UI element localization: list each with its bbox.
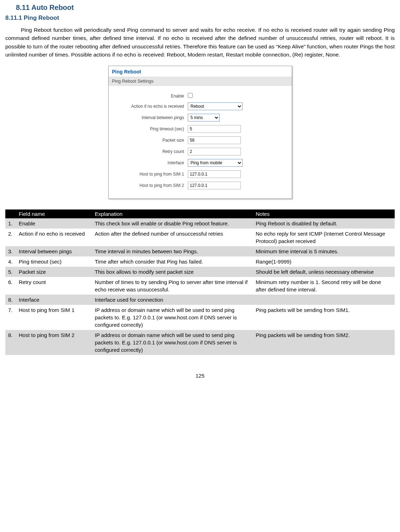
options-table: Field name Explanation Notes 1.EnableThi…: [5, 209, 395, 355]
select-interface[interactable]: Ping from mobile: [188, 159, 243, 167]
panel-subtitle: Ping Reboot Settings: [109, 77, 292, 86]
cell-name: Retry count: [16, 277, 92, 295]
cell-expl: Number of times to try sending Ping to s…: [92, 277, 253, 295]
form-row-retry: Retry count: [114, 148, 287, 155]
cell-expl: Time interval in minutes between two Pin…: [92, 246, 253, 256]
cell-notes: No echo reply for sent ICMP (Internet Co…: [253, 229, 395, 246]
select-interval[interactable]: 5 mins: [188, 114, 220, 122]
label-retry: Retry count: [114, 149, 188, 154]
cell-name: Ping timeout (sec): [16, 256, 92, 267]
cell-num: 1.: [5, 218, 16, 229]
form-row-timeout: Ping timeout (sec): [114, 125, 287, 133]
select-action[interactable]: Reboot: [188, 102, 243, 110]
th-name: Field name: [16, 209, 92, 218]
form-row-host2: Host to ping from SIM 2: [114, 182, 287, 189]
page-number: 125: [5, 373, 395, 379]
label-timeout: Ping timeout (sec): [114, 126, 188, 131]
input-host2[interactable]: [188, 182, 241, 189]
table-row: 8.Host to ping from SIM 2IP address or d…: [5, 330, 395, 355]
input-host1[interactable]: [188, 170, 241, 178]
cell-name: Action if no echo is received: [16, 229, 92, 246]
cell-expl: Interface used for connection: [92, 295, 253, 305]
screenshot-panel: Ping Reboot Ping Reboot Settings Enable …: [108, 66, 292, 199]
label-packet: Packet size: [114, 138, 188, 143]
cell-num: 2.: [5, 229, 16, 246]
form-row-host1: Host to ping from SIM 1: [114, 170, 287, 178]
table-row: 5.Packet sizeThis box allows to modify s…: [5, 267, 395, 277]
label-host1: Host to ping from SIM 1: [114, 172, 188, 177]
cell-name: Host to ping from SIM 1: [16, 305, 92, 330]
form-row-action: Action if no echo is received Reboot: [114, 102, 287, 110]
heading-auto-reboot: 8.11 Auto Reboot: [16, 4, 395, 12]
cell-notes: Ping packets will be sending from SIM1.: [253, 305, 395, 330]
label-enable: Enable: [114, 94, 188, 99]
cell-notes: Minimum time interval is 5 minutes.: [253, 246, 395, 256]
cell-name: Enable: [16, 218, 92, 229]
th-notes: Notes: [253, 209, 395, 218]
table-row: 1.EnableThis check box will enable or di…: [5, 218, 395, 229]
form-rows: Enable Action if no echo is received Reb…: [109, 86, 292, 199]
table-header-row: Field name Explanation Notes: [5, 209, 395, 218]
form-row-packet: Packet size: [114, 136, 287, 144]
cell-num: 3.: [5, 246, 16, 256]
cell-expl: Time after which consider that Ping has …: [92, 256, 253, 267]
cell-notes: Ping Reboot is disabled by default.: [253, 218, 395, 229]
cell-name: Interval between pings: [16, 246, 92, 256]
table-row: 6.Retry countNumber of times to try send…: [5, 277, 395, 295]
cell-name: Packet size: [16, 267, 92, 277]
cell-num: 4.: [5, 256, 16, 267]
input-retry[interactable]: [188, 148, 241, 155]
cell-name: Host to ping from SIM 2: [16, 330, 92, 355]
cell-num: 8.: [5, 295, 16, 305]
cell-notes: Range(1-9999): [253, 256, 395, 267]
cell-expl: IP address or domain name which will be …: [92, 330, 253, 355]
form-row-interface: Interface Ping from mobile: [114, 159, 287, 167]
th-num: [5, 209, 16, 218]
label-action: Action if no echo is received: [114, 104, 188, 109]
form-row-enable: Enable: [114, 93, 287, 99]
cell-num: 5.: [5, 267, 16, 277]
label-interface: Interface: [114, 160, 188, 165]
table-row: 8.InterfaceInterface used for connection: [5, 295, 395, 305]
cell-expl: Action after the defined number of unsuc…: [92, 229, 253, 246]
cell-notes: [253, 295, 395, 305]
cell-notes: Should be left default, unless necessary…: [253, 267, 395, 277]
cell-notes: Ping packets will be sending from SIM2.: [253, 330, 395, 355]
cell-num: 7.: [5, 305, 16, 330]
input-packet[interactable]: [188, 136, 241, 144]
cell-expl: IP address or domain name which will be …: [92, 305, 253, 330]
label-host2: Host to ping from SIM 2: [114, 183, 188, 188]
table-row: 7.Host to ping from SIM 1IP address or d…: [5, 305, 395, 330]
cell-num: 6.: [5, 277, 16, 295]
screenshot-container: Ping Reboot Ping Reboot Settings Enable …: [5, 66, 395, 199]
cell-name: Interface: [16, 295, 92, 305]
input-timeout[interactable]: [188, 125, 241, 133]
checkbox-enable[interactable]: [188, 93, 193, 98]
table-row: 3.Interval between pingsTime interval in…: [5, 246, 395, 256]
table-row: 2.Action if no echo is receivedAction af…: [5, 229, 395, 246]
paragraph-description: Ping Reboot function will periodically s…: [5, 26, 395, 59]
heading-ping-reboot: 8.11.1 Ping Reboot: [5, 14, 395, 22]
th-expl: Explanation: [92, 209, 253, 218]
cell-num: 8.: [5, 330, 16, 355]
table-row: 4.Ping timeout (sec)Time after which con…: [5, 256, 395, 267]
panel-title: Ping Reboot: [109, 66, 292, 77]
form-row-interval: Interval between pings 5 mins: [114, 114, 287, 122]
cell-expl: This box allows to modify sent packet si…: [92, 267, 253, 277]
cell-notes: Minimum retry number is 1. Second retry …: [253, 277, 395, 295]
cell-expl: This check box will enable or disable Pi…: [92, 218, 253, 229]
label-interval: Interval between pings: [114, 115, 188, 120]
